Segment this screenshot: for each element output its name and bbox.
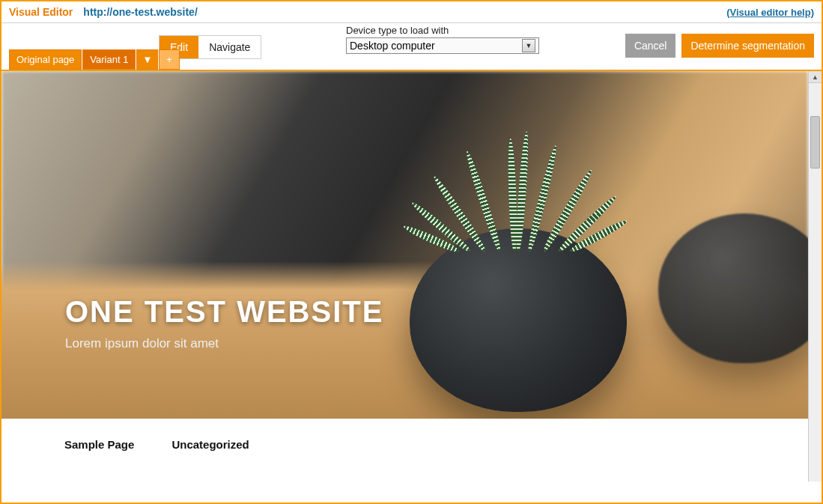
add-variant-button[interactable]: + xyxy=(159,49,180,70)
plant-pot-primary xyxy=(410,228,627,412)
nav-link-sample-page[interactable]: Sample Page xyxy=(64,438,134,451)
device-label: Device type to load with xyxy=(346,25,539,36)
action-buttons: Cancel Determine segmentation xyxy=(625,34,814,58)
scroll-thumb[interactable] xyxy=(810,116,820,168)
tab-original-page[interactable]: Original page xyxy=(9,49,82,70)
preview-area: ONE TEST WEBSITE Lorem ipsum dolor sit a… xyxy=(1,71,822,482)
top-bar: Visual Editor http://one-test.website/ (… xyxy=(1,1,822,21)
chevron-down-icon[interactable]: ▼ xyxy=(522,39,535,52)
scroll-up-icon[interactable]: ▲ xyxy=(809,71,822,83)
toolbar: Edit Navigate Device type to load with D… xyxy=(1,23,822,70)
preview-scrollbar[interactable]: ▲ xyxy=(808,71,822,482)
hero-section: ONE TEST WEBSITE Lorem ipsum dolor sit a… xyxy=(1,71,808,419)
device-select[interactable]: Desktop computer ▼ xyxy=(346,37,539,54)
chevron-down-icon: ▼ xyxy=(142,54,152,65)
plus-icon: + xyxy=(166,54,172,65)
determine-segmentation-button[interactable]: Determine segmentation xyxy=(681,34,814,58)
website-preview[interactable]: ONE TEST WEBSITE Lorem ipsum dolor sit a… xyxy=(1,71,808,482)
cancel-button[interactable]: Cancel xyxy=(625,34,676,58)
variant-dropdown-button[interactable]: ▼ xyxy=(136,49,158,70)
help-link[interactable]: (Visual editor help) xyxy=(726,7,814,18)
variant-tabs: Original page Variant 1 ▼ + xyxy=(9,49,180,70)
device-selector-group: Device type to load with Desktop compute… xyxy=(346,25,539,54)
site-nav: Sample Page Uncategorized xyxy=(1,419,808,470)
page-url[interactable]: http://one-test.website/ xyxy=(83,6,197,18)
tab-variant-1[interactable]: Variant 1 xyxy=(82,49,136,70)
mode-navigate-button[interactable]: Navigate xyxy=(198,36,261,58)
plant-icon xyxy=(421,116,616,251)
nav-link-uncategorized[interactable]: Uncategorized xyxy=(171,438,249,451)
app-frame: Visual Editor http://one-test.website/ (… xyxy=(0,0,823,504)
device-selected-value: Desktop computer xyxy=(350,40,435,52)
hero-text-block: ONE TEST WEBSITE Lorem ipsum dolor sit a… xyxy=(65,295,383,351)
hero-title: ONE TEST WEBSITE xyxy=(65,295,383,329)
hero-subtitle: Lorem ipsum dolor sit amet xyxy=(65,336,383,351)
editor-title: Visual Editor xyxy=(9,6,73,18)
